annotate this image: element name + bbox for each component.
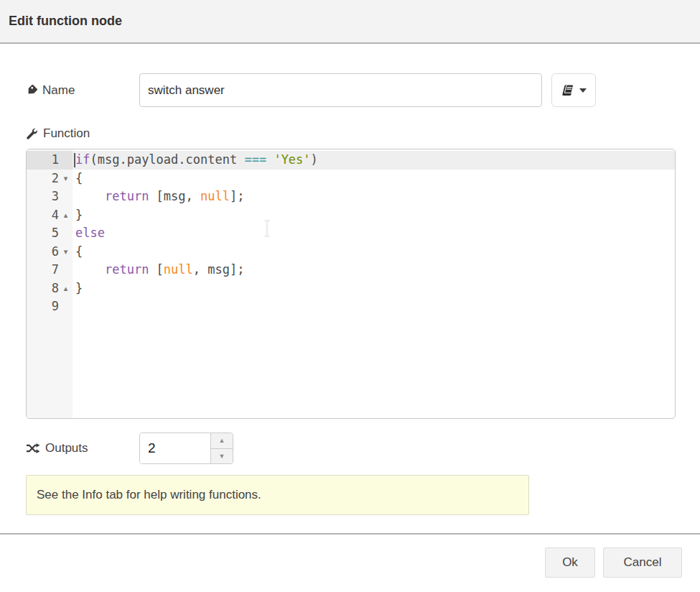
caret-down-icon — [579, 88, 587, 93]
line-number: 7 — [52, 261, 59, 279]
shuffle-icon — [26, 443, 40, 454]
token-plain: ]; — [230, 189, 244, 203]
token-constant: null — [164, 262, 193, 277]
token-plain: } — [75, 208, 83, 222]
dialog-header: Edit function node — [0, 0, 700, 44]
fold-close-icon[interactable]: ▴ — [59, 206, 73, 225]
outputs-input[interactable] — [140, 433, 210, 463]
token-keyword: return — [105, 262, 149, 277]
fold-close-icon[interactable]: ▴ — [59, 279, 73, 298]
token-plain — [75, 262, 105, 277]
token-plain: { — [75, 244, 83, 259]
line-number: 4 — [52, 206, 59, 225]
code-line-4[interactable]: } — [73, 206, 675, 225]
spinner-up-button[interactable]: ▲ — [211, 433, 233, 449]
line-number: 1 — [52, 151, 59, 170]
token-plain: } — [75, 281, 83, 295]
gutter-line-2: 2▾ — [27, 170, 73, 188]
token-constant: null — [200, 189, 230, 203]
info-tip: See the Info tab for help writing functi… — [26, 475, 529, 515]
dialog-title: Edit function node — [9, 14, 122, 29]
code-line-7[interactable]: return [null, msg]; — [73, 261, 675, 279]
code-line-5[interactable]: else — [73, 224, 675, 243]
token-operator: === — [244, 152, 266, 167]
library-button[interactable] — [551, 73, 596, 107]
token-plain: (msg.payload.content — [90, 152, 244, 167]
line-number: 3 — [52, 188, 59, 206]
line-number: 8 — [52, 279, 59, 298]
line-number: 5 — [52, 224, 59, 243]
gutter-line-3: 3 — [27, 188, 73, 206]
spinner-down-icon: ▼ — [219, 453, 225, 460]
cancel-button[interactable]: Cancel — [603, 547, 682, 578]
token-plain — [266, 152, 274, 167]
code-line-2[interactable]: { — [73, 170, 675, 188]
name-row: Name — [26, 73, 700, 107]
gutter-line-9: 9 — [27, 297, 73, 316]
wrench-icon — [26, 128, 38, 140]
gutter-line-1: 1 — [27, 151, 73, 170]
gutter-line-8: 8▴ — [27, 279, 73, 298]
token-string: 'Yes' — [274, 152, 310, 167]
editor-caret — [74, 153, 75, 167]
outputs-label: Outputs — [45, 441, 88, 455]
line-number: 6 — [52, 243, 59, 262]
code-line-1[interactable]: if(msg.payload.content === 'Yes') — [73, 151, 675, 170]
function-row: Function — [26, 126, 700, 141]
token-keyword: if — [75, 152, 90, 167]
code-line-9[interactable] — [73, 297, 675, 316]
editor-gutter: 12▾34▴56▾78▴9 — [27, 149, 73, 418]
tag-icon — [26, 85, 37, 96]
name-input[interactable] — [139, 73, 542, 107]
line-number: 2 — [52, 170, 59, 188]
book-icon — [561, 84, 575, 96]
footer-divider — [0, 533, 700, 535]
spinner-up-icon: ▲ — [219, 437, 225, 444]
gutter-line-4: 4▴ — [27, 206, 73, 225]
token-keyword: else — [75, 226, 105, 240]
name-label-group: Name — [26, 83, 139, 98]
outputs-label-group: Outputs — [26, 441, 139, 455]
spinner-down-button[interactable]: ▼ — [211, 449, 233, 464]
function-label-group: Function — [26, 126, 139, 141]
name-label: Name — [42, 83, 75, 98]
gutter-line-7: 7 — [27, 261, 73, 279]
editor-code[interactable]: if(msg.payload.content === 'Yes'){ retur… — [73, 149, 675, 418]
token-plain: , msg]; — [193, 262, 245, 277]
token-keyword: return — [105, 189, 149, 203]
function-label: Function — [43, 126, 90, 141]
outputs-spinner: ▲ ▼ — [139, 433, 233, 464]
token-plain: { — [75, 171, 83, 185]
footer: Ok Cancel — [0, 547, 700, 578]
outputs-row: Outputs ▲ ▼ — [26, 433, 700, 464]
gutter-line-5: 5 — [27, 224, 73, 243]
token-plain — [75, 189, 105, 203]
code-line-3[interactable]: return [msg, null]; — [73, 188, 675, 206]
token-plain: [ — [149, 262, 163, 277]
line-number: 9 — [52, 297, 59, 316]
spinner-buttons: ▲ ▼ — [210, 433, 233, 463]
fold-open-icon[interactable]: ▾ — [59, 243, 73, 262]
fold-open-icon[interactable]: ▾ — [59, 170, 73, 188]
code-line-8[interactable]: } — [73, 279, 675, 298]
code-editor[interactable]: 12▾34▴56▾78▴9 if(msg.payload.content ===… — [26, 149, 676, 419]
ok-button[interactable]: Ok — [545, 547, 595, 578]
gutter-line-6: 6▾ — [27, 243, 73, 262]
token-plain: ) — [311, 152, 318, 167]
code-line-6[interactable]: { — [73, 243, 675, 262]
token-plain: [msg, — [149, 189, 200, 203]
info-tip-text: See the Info tab for help writing functi… — [37, 488, 261, 502]
